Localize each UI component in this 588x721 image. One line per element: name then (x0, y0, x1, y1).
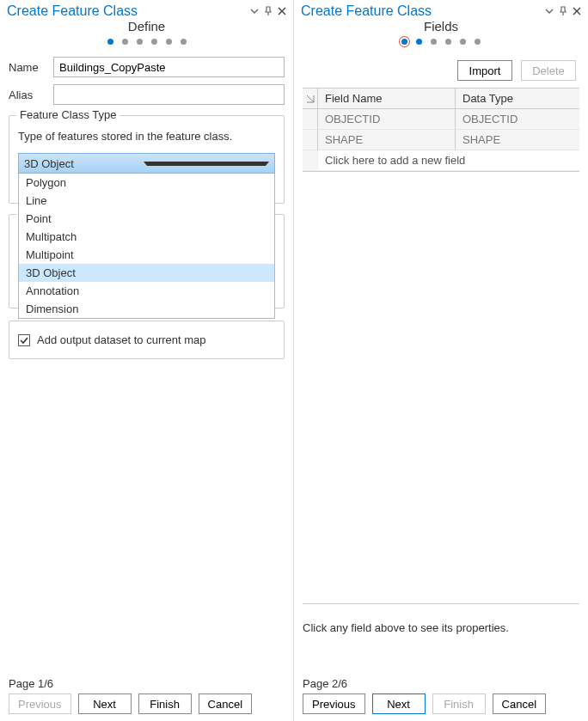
cancel-button[interactable]: Cancel (199, 694, 252, 714)
step-dot-2[interactable] (122, 39, 128, 45)
fctype-option[interactable]: Multipoint (19, 246, 274, 264)
page-indicator: Page 1/6 (9, 677, 285, 690)
fields-content: Field Name Data Type OBJECTIDOBJECTIDSHA… (294, 88, 588, 674)
close-icon[interactable] (278, 7, 286, 15)
finish-button: Finish (432, 694, 486, 714)
next-button[interactable]: Next (78, 694, 132, 714)
grid-add-row[interactable]: Click here to add a new field (303, 150, 579, 171)
table-row[interactable]: SHAPESHAPE (303, 130, 579, 150)
step-dot-6[interactable] (181, 39, 187, 45)
fctype-dropdown-list[interactable]: PolygonLinePointMultipatchMultipoint3D O… (18, 174, 275, 319)
fctype-title: Feature Class Type (16, 108, 119, 121)
pin-icon[interactable] (264, 6, 273, 16)
grid-corner-icon[interactable] (303, 89, 318, 108)
fctype-option[interactable]: Line (19, 192, 274, 210)
pane-title: Create Feature Class (301, 3, 545, 19)
step-dot-1[interactable] (107, 39, 113, 45)
import-button[interactable]: Import (457, 60, 512, 81)
cell-fieldname[interactable]: OBJECTID (318, 109, 456, 129)
col-fieldname[interactable]: Field Name (318, 89, 456, 108)
define-content: Name Alias Feature Class Type Type of fe… (0, 57, 293, 674)
footer-right: Page 2/6 Previous Next Finish Cancel (294, 674, 588, 721)
cell-fieldname[interactable]: SHAPE (318, 130, 456, 150)
cancel-button[interactable]: Cancel (493, 694, 546, 714)
pane-header: Create Feature Class (0, 0, 293, 21)
fctype-option[interactable]: Multipatch (19, 228, 274, 246)
fctype-combo-box[interactable]: 3D Object (18, 153, 275, 174)
grid-header: Field Name Data Type (303, 89, 579, 109)
previous-button: Previous (9, 694, 71, 714)
chevron-down-icon[interactable] (250, 7, 259, 15)
step-dot-3[interactable] (431, 39, 437, 45)
cell-datatype[interactable]: OBJECTID (456, 109, 579, 129)
fctype-option[interactable]: Polygon (19, 174, 274, 192)
header-icons (250, 6, 286, 16)
fields-grid: Field Name Data Type OBJECTIDOBJECTIDSHA… (303, 88, 579, 172)
step-dot-5[interactable] (460, 39, 466, 45)
fctype-combo[interactable]: 3D Object PolygonLinePointMultipatchMult… (18, 153, 275, 174)
alias-label: Alias (9, 89, 53, 101)
header-icons (545, 6, 581, 16)
step-dot-3[interactable] (137, 39, 143, 45)
pane-title: Create Feature Class (7, 3, 250, 19)
name-label: Name (9, 61, 53, 74)
add-to-map-label: Add output dataset to current map (37, 333, 206, 346)
step-dot-1[interactable] (401, 39, 407, 45)
fctype-desc: Type of features stored in the feature c… (18, 130, 275, 143)
name-input[interactable] (53, 57, 285, 77)
step-dot-4[interactable] (151, 39, 157, 45)
footer-left: Page 1/6 Previous Next Finish Cancel (0, 674, 293, 721)
fctype-option[interactable]: Dimension (19, 300, 274, 318)
step-dot-5[interactable] (166, 39, 172, 45)
cell-datatype[interactable]: SHAPE (456, 130, 579, 150)
feature-class-type-fieldset: Feature Class Type Type of features stor… (9, 115, 285, 204)
next-button[interactable]: Next (372, 694, 426, 714)
step-dot-2[interactable] (416, 39, 422, 45)
step-subtitle: Define (0, 19, 293, 34)
step-subtitle: Fields (294, 19, 588, 34)
chevron-down-icon (144, 162, 270, 166)
finish-button[interactable]: Finish (138, 694, 192, 714)
close-icon[interactable] (573, 7, 581, 15)
step-dots (294, 39, 588, 45)
add-to-map-row[interactable]: Add output dataset to current map (9, 321, 285, 359)
properties-hint: Click any field above to see its propert… (303, 621, 579, 634)
delete-button: Delete (521, 60, 576, 81)
add-to-map-checkbox[interactable] (18, 334, 30, 346)
step-dot-4[interactable] (445, 39, 451, 45)
divider (303, 603, 579, 604)
fctype-option[interactable]: 3D Object (19, 264, 274, 282)
chevron-down-icon[interactable] (545, 7, 554, 15)
pane-define: Create Feature Class Define (0, 0, 294, 721)
fctype-option[interactable]: Annotation (19, 282, 274, 300)
table-row[interactable]: OBJECTIDOBJECTID (303, 109, 579, 130)
fctype-option[interactable]: Point (19, 210, 274, 228)
page-indicator: Page 2/6 (303, 677, 579, 690)
step-dots (0, 39, 293, 45)
add-field-placeholder[interactable]: Click here to add a new field (318, 150, 579, 170)
previous-button[interactable]: Previous (303, 694, 365, 714)
pin-icon[interactable] (559, 6, 567, 16)
alias-input[interactable] (53, 84, 285, 105)
pane-header: Create Feature Class (294, 0, 588, 21)
fctype-selected: 3D Object (24, 157, 144, 170)
step-dot-6[interactable] (475, 39, 481, 45)
col-datatype[interactable]: Data Type (456, 89, 579, 108)
pane-fields: Create Feature Class Fields (294, 0, 588, 721)
